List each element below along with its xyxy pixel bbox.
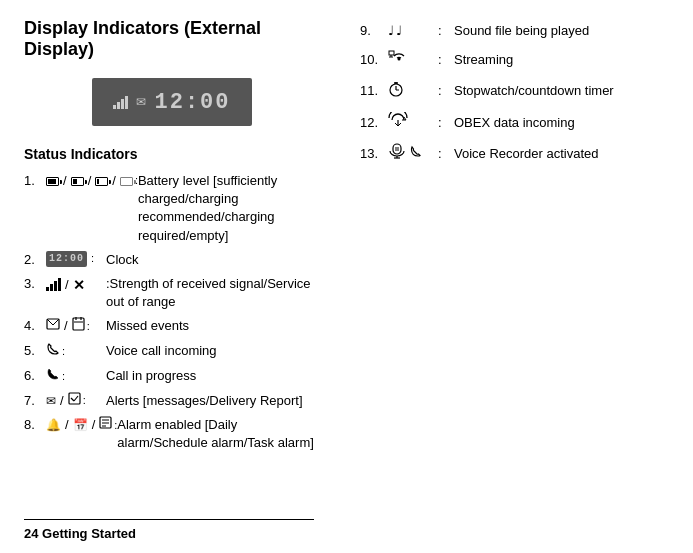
obex-transfer-icon <box>388 112 408 133</box>
right-desc-12: OBEX data incoming <box>454 114 575 132</box>
right-colon-13: : <box>438 145 454 163</box>
indicator-list: 1. / / / : Battery level [sufficiently c… <box>24 172 320 453</box>
list-item: 6. : Call in progress <box>24 367 320 386</box>
device-display: ✉ 12:00 <box>92 78 252 126</box>
list-item: 7. ✉ / : Alerts [messages/Delivery Repor… <box>24 392 320 410</box>
svg-line-2 <box>53 319 59 325</box>
item-desc-3: :Strength of received signal/Service out… <box>106 275 320 311</box>
missed-icon-area: / : <box>46 317 106 335</box>
list-item: 1. / / / : Battery level [sufficiently c… <box>24 172 320 245</box>
list-item: 3. / ✕ :Strength of received signal/Serv… <box>24 275 320 311</box>
svg-rect-15 <box>389 51 394 55</box>
call-progress-icon-area: : <box>46 367 106 386</box>
right-desc-10: Streaming <box>454 51 513 69</box>
right-list-item: 11. : Stopwatch/countdown timer <box>360 81 673 102</box>
right-indicator-list: 9. ♩ ♩ : Sound file being played 10. <box>360 22 673 165</box>
bell-icon: 🔔 <box>46 417 61 434</box>
item-number-1: 1. <box>24 172 46 190</box>
right-number-12: 12. <box>360 114 388 132</box>
voice-recorder-icon <box>388 143 406 164</box>
item-desc-8: Alarm enabled [Daily alarm/Schedule alar… <box>117 416 320 452</box>
item-number-5: 5. <box>24 342 46 360</box>
right-list-item: 9. ♩ ♩ : Sound file being played <box>360 22 673 40</box>
item-number-4: 4. <box>24 317 46 335</box>
envelope-icon-display: ✉ <box>136 95 146 109</box>
right-desc-13: Voice Recorder activated <box>454 145 599 163</box>
item-colon-6: : <box>62 369 65 384</box>
list-item: 4. / : Missed events <box>24 317 320 335</box>
item-desc-1: Battery level [sufficiently charged/char… <box>138 172 320 245</box>
item-colon-5: : <box>62 344 65 359</box>
item-number-3: 3. <box>24 275 46 293</box>
svg-line-8 <box>71 398 74 401</box>
message-icon: ✉ <box>46 393 56 410</box>
task-icon <box>99 416 112 434</box>
item-number-8: 8. <box>24 416 46 434</box>
music-note2-icon: ♩ <box>396 22 402 40</box>
right-number-10: 10. <box>360 51 388 69</box>
list-item: 8. 🔔 / 📅 / : Alarm enabled [Daily alarm/… <box>24 416 320 452</box>
streaming-icon-area <box>388 50 438 71</box>
right-column: 9. ♩ ♩ : Sound file being played 10. <box>340 0 693 553</box>
page-footer: 24 Getting Started <box>24 519 314 541</box>
signal-bars-display <box>113 96 128 109</box>
section-title: Status Indicators <box>24 146 320 162</box>
clock-display: 12:00 <box>154 90 230 115</box>
footer-text: 24 Getting Started <box>24 526 136 541</box>
item-number-2: 2. <box>24 251 46 269</box>
right-colon-12: : <box>438 114 454 132</box>
voice-call-icon <box>46 342 60 361</box>
missed-call-icon <box>46 317 60 335</box>
signal-bars-icon <box>46 278 61 291</box>
item-desc-6: Call in progress <box>106 367 320 385</box>
item-desc-5: Voice call incoming <box>106 342 320 360</box>
item-colon-4: : <box>87 319 90 334</box>
battery-low-icon <box>95 177 108 186</box>
item-colon-2: : <box>91 251 94 266</box>
item-desc-2: Clock <box>106 251 320 269</box>
list-item: 5. : Voice call incoming <box>24 342 320 361</box>
right-colon-9: : <box>438 22 454 40</box>
battery-half-icon <box>71 177 84 186</box>
right-colon-10: : <box>438 51 454 69</box>
item-desc-4: Missed events <box>106 317 320 335</box>
clock-icon-area: 12:00 : <box>46 251 106 267</box>
item-desc-7: Alerts [messages/Delivery Report] <box>106 392 320 410</box>
alarm-icon-area: 🔔 / 📅 / : <box>46 416 117 434</box>
svg-line-9 <box>74 396 78 401</box>
svg-point-14 <box>398 58 401 61</box>
obex-icon-area <box>388 112 438 133</box>
svg-line-1 <box>47 319 53 325</box>
list-item: 2. 12:00 : Clock <box>24 251 320 269</box>
right-list-item: 12. : OBEX data incoming <box>360 112 673 133</box>
right-number-9: 9. <box>360 22 388 40</box>
right-list-item: 13. <box>360 143 673 164</box>
sound-icon-area: ♩ ♩ <box>388 22 438 40</box>
voice-call-icon-area: : <box>46 342 106 361</box>
battery-empty-icon <box>120 177 133 186</box>
stopwatch-icon <box>388 81 404 102</box>
item-colon-7: : <box>83 393 86 408</box>
item-number-7: 7. <box>24 392 46 410</box>
right-number-11: 11. <box>360 82 388 100</box>
music-note-icon: ♩ <box>388 22 394 40</box>
page-title: Display Indicators (External Display) <box>24 18 320 60</box>
delivery-report-icon <box>68 392 81 410</box>
clock-icon: 12:00 <box>46 251 87 267</box>
right-number-13: 13. <box>360 145 388 163</box>
streaming-icon <box>388 50 410 71</box>
battery-icons: / / / : <box>46 172 138 190</box>
signal-icon-area: / ✕ <box>46 275 106 295</box>
item-number-6: 6. <box>24 367 46 385</box>
page: Display Indicators (External Display) ✉ … <box>0 0 693 553</box>
left-column: Display Indicators (External Display) ✉ … <box>0 0 340 553</box>
svg-rect-3 <box>73 318 84 330</box>
no-signal-icon: ✕ <box>73 276 85 296</box>
right-desc-9: Sound file being played <box>454 22 589 40</box>
right-desc-11: Stopwatch/countdown timer <box>454 82 614 100</box>
phone-icon <box>410 145 422 164</box>
right-list-item: 10. : Streaming <box>360 50 673 71</box>
svg-rect-24 <box>393 144 401 154</box>
svg-rect-7 <box>69 393 80 404</box>
stopwatch-icon-area <box>388 81 438 102</box>
